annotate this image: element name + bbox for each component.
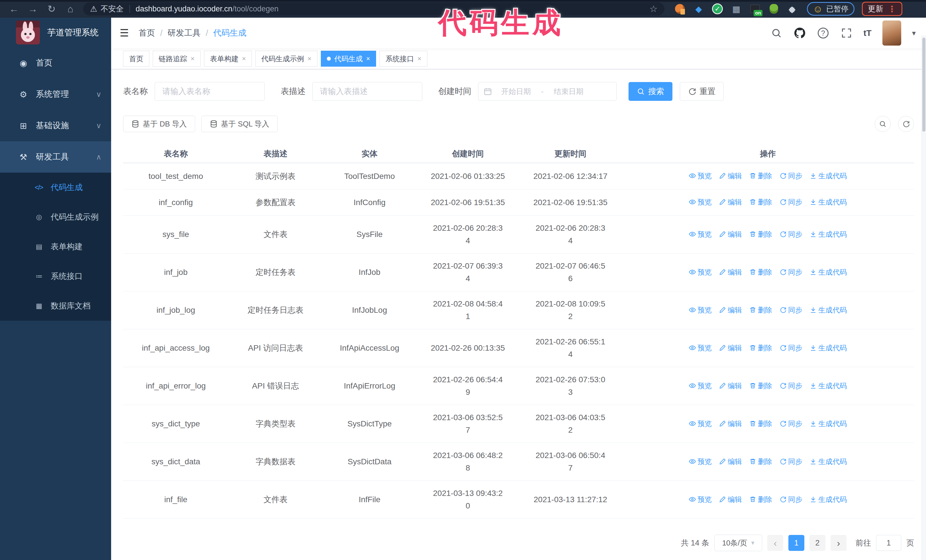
删除-link[interactable]: 删除: [749, 417, 772, 430]
同步-link[interactable]: 同步: [779, 266, 802, 278]
同步-link[interactable]: 同步: [779, 196, 802, 208]
next-page-button[interactable]: ›: [831, 535, 846, 551]
goto-page-input[interactable]: [876, 535, 901, 551]
sidebar-subitem-数据库文档[interactable]: ▦数据库文档: [0, 291, 111, 321]
sidebar-item-研发工具[interactable]: ⚒研发工具∧: [0, 141, 111, 173]
breadcrumb-item[interactable]: 研发工具: [168, 27, 201, 39]
sidebar-item-系统管理[interactable]: ⚙系统管理∨: [0, 78, 111, 110]
同步-link[interactable]: 同步: [779, 455, 802, 468]
browser-menu-icon[interactable]: ⋮: [888, 4, 896, 14]
生成代码-link[interactable]: 生成代码: [810, 341, 847, 354]
bookmark-star-icon[interactable]: ☆: [649, 3, 658, 14]
tab-表单构建[interactable]: 表单构建×: [204, 51, 252, 66]
github-icon[interactable]: [793, 27, 806, 39]
同步-link[interactable]: 同步: [779, 379, 802, 392]
生成代码-link[interactable]: 生成代码: [810, 493, 847, 506]
sidebar-subitem-系统接口[interactable]: ≔系统接口: [0, 261, 111, 291]
fullscreen-icon[interactable]: [840, 27, 853, 39]
tab-系统接口[interactable]: 系统接口×: [380, 51, 427, 66]
profile-paused-badge[interactable]: ☺ 已暂停: [807, 2, 855, 16]
back-icon[interactable]: ←: [5, 3, 23, 15]
extension-icon-orange[interactable]: [674, 3, 685, 15]
extensions-puzzle-icon[interactable]: [787, 3, 798, 15]
删除-link[interactable]: 删除: [749, 493, 772, 506]
logo-row[interactable]: 芋道管理系统: [0, 18, 111, 47]
同步-link[interactable]: 同步: [779, 493, 802, 506]
sidebar-subitem-表单构建[interactable]: ▤表单构建: [0, 232, 111, 261]
预览-link[interactable]: 预览: [689, 417, 712, 430]
date-range-picker[interactable]: -: [478, 82, 617, 101]
同步-link[interactable]: 同步: [779, 303, 802, 316]
tab-close-icon[interactable]: ×: [418, 55, 421, 63]
预览-link[interactable]: 预览: [689, 303, 712, 316]
sidebar-subitem-代码生成[interactable]: </>代码生成: [0, 173, 111, 202]
reset-button[interactable]: 重置: [680, 82, 724, 101]
删除-link[interactable]: 删除: [749, 455, 772, 468]
删除-link[interactable]: 删除: [749, 169, 772, 182]
编辑-link[interactable]: 编辑: [719, 417, 742, 430]
预览-link[interactable]: 预览: [689, 379, 712, 392]
编辑-link[interactable]: 编辑: [719, 169, 742, 182]
tab-首页[interactable]: 首页: [123, 51, 149, 66]
hamburger-icon[interactable]: ☰: [120, 27, 129, 39]
编辑-link[interactable]: 编辑: [719, 303, 742, 316]
同步-link[interactable]: 同步: [779, 169, 802, 182]
toggle-search-button[interactable]: [875, 116, 891, 132]
search-icon[interactable]: [770, 27, 783, 39]
breadcrumb-item[interactable]: 首页: [138, 27, 155, 39]
生成代码-link[interactable]: 生成代码: [810, 455, 847, 468]
编辑-link[interactable]: 编辑: [719, 379, 742, 392]
url-host[interactable]: dashboard.yudao.iocoder.cn: [136, 5, 232, 14]
生成代码-link[interactable]: 生成代码: [810, 196, 847, 208]
refresh-table-button[interactable]: [898, 116, 914, 132]
tab-代码生成[interactable]: 代码生成×: [321, 51, 376, 66]
tab-代码生成示例[interactable]: 代码生成示例×: [255, 51, 318, 66]
tab-close-icon[interactable]: ×: [366, 55, 370, 63]
编辑-link[interactable]: 编辑: [719, 455, 742, 468]
page-size-select[interactable]: 10条/页 ▾: [714, 535, 762, 551]
table-name-input[interactable]: [155, 82, 265, 101]
生成代码-link[interactable]: 生成代码: [810, 303, 847, 316]
tab-close-icon[interactable]: ×: [307, 55, 312, 63]
编辑-link[interactable]: 编辑: [719, 228, 742, 240]
同步-link[interactable]: 同步: [779, 228, 802, 240]
sidebar-subitem-代码生成示例[interactable]: ◎代码生成示例: [0, 202, 111, 232]
url-path[interactable]: /tool/codegen: [232, 5, 278, 14]
tab-链路追踪[interactable]: 链路追踪×: [153, 51, 201, 66]
删除-link[interactable]: 删除: [749, 341, 772, 354]
prev-page-button[interactable]: ‹: [767, 535, 783, 551]
extension-icon-gem[interactable]: ◆: [693, 3, 704, 15]
编辑-link[interactable]: 编辑: [719, 341, 742, 354]
start-date-input[interactable]: [492, 87, 540, 96]
tab-close-icon[interactable]: ×: [242, 55, 246, 63]
address-bar[interactable]: ⚠ 不安全 dashboard.yudao.iocoder.cn /tool/c…: [83, 2, 664, 15]
page-button-1[interactable]: 1: [788, 535, 804, 551]
编辑-link[interactable]: 编辑: [719, 266, 742, 278]
同步-link[interactable]: 同步: [779, 417, 802, 430]
extension-icon-grid[interactable]: ▦: [731, 3, 742, 15]
extension-icon-alien[interactable]: [768, 3, 779, 15]
删除-link[interactable]: 删除: [749, 303, 772, 316]
预览-link[interactable]: 预览: [689, 493, 712, 506]
删除-link[interactable]: 删除: [749, 228, 772, 240]
help-icon[interactable]: ?: [817, 27, 829, 39]
删除-link[interactable]: 删除: [749, 266, 772, 278]
table-desc-input[interactable]: [312, 82, 422, 101]
browser-update-button[interactable]: 更新 ⋮: [862, 2, 902, 16]
预览-link[interactable]: 预览: [689, 228, 712, 240]
import-sql-button[interactable]: 基于 SQL 导入: [201, 116, 278, 132]
预览-link[interactable]: 预览: [689, 169, 712, 182]
forward-icon[interactable]: →: [23, 3, 42, 15]
生成代码-link[interactable]: 生成代码: [810, 379, 847, 392]
生成代码-link[interactable]: 生成代码: [810, 417, 847, 430]
生成代码-link[interactable]: 生成代码: [810, 228, 847, 240]
font-size-icon[interactable]: tT: [864, 28, 872, 38]
extension-icon-green-check[interactable]: ✓: [712, 3, 723, 15]
search-button[interactable]: 搜索: [628, 82, 672, 101]
删除-link[interactable]: 删除: [749, 196, 772, 208]
reload-icon[interactable]: ↻: [42, 3, 61, 15]
sidebar-item-基础设施[interactable]: ⊞基础设施∨: [0, 110, 111, 141]
删除-link[interactable]: 删除: [749, 379, 772, 392]
生成代码-link[interactable]: 生成代码: [810, 266, 847, 278]
预览-link[interactable]: 预览: [689, 455, 712, 468]
